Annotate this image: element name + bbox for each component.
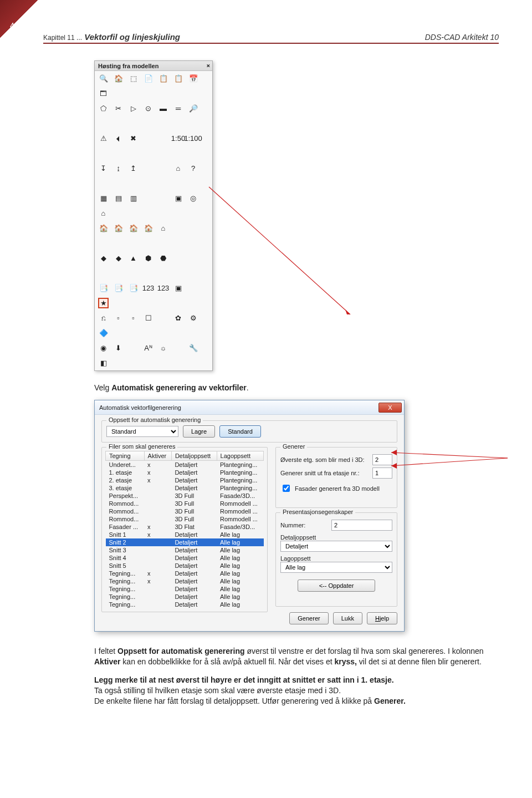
toolbox-icon[interactable]: 123 (143, 283, 154, 293)
preset-combo[interactable]: Standard (106, 426, 178, 437)
table-row[interactable]: Snitt 3DetaljertAlle lag (106, 546, 264, 554)
standard-button[interactable]: Standard (219, 425, 261, 438)
table-row[interactable]: Fasader ...x3D FlatFasade/3D... (106, 523, 264, 531)
table-row[interactable]: Tegning...xDetaljertAlle lag (106, 577, 264, 585)
toolbox-icon[interactable]: 🏠 (128, 223, 139, 233)
table-row[interactable]: Tegning...DetaljertAlle lag (106, 601, 264, 608)
combo-lagoppsett[interactable]: Alle lag (280, 562, 392, 573)
input-snitt-etasje[interactable] (372, 467, 392, 479)
toolbox-icon[interactable]: ▫ (113, 313, 124, 323)
toolbox-icon[interactable]: ▥ (128, 193, 139, 204)
toolbox-icon[interactable]: 🗔 (98, 88, 109, 99)
toolbox-icon[interactable]: ◉ (98, 343, 109, 353)
toolbox-icon[interactable]: ⌂ (158, 223, 168, 233)
toolbox-icon[interactable]: ⬣ (158, 253, 168, 263)
table-row[interactable]: Snitt 1xDetaljertAlle lag (106, 531, 264, 538)
toolbox-icon[interactable]: 🔍 (98, 73, 109, 84)
table-row[interactable]: Snitt 4DetaljertAlle lag (106, 554, 264, 562)
toolbox-icon[interactable]: ⎌ (98, 313, 109, 323)
toolbox-icon[interactable]: ◆ (113, 253, 124, 263)
toolbox-icon[interactable]: ▣ (173, 193, 183, 204)
table-row[interactable]: Tegning...DetaljertAlle lag (106, 585, 264, 593)
close-button[interactable]: X (378, 403, 402, 413)
lukk-button[interactable]: Lukk (333, 612, 362, 624)
toolbox-icon[interactable]: ▷ (128, 103, 139, 114)
table-row[interactable]: 3. etasjeDetaljertPlantegning... (106, 484, 264, 492)
toolbox-icon[interactable]: ▣ (173, 283, 183, 293)
input-overste-etg[interactable] (372, 454, 392, 465)
toolbox-icon[interactable]: ⚙ (188, 313, 198, 323)
toolbox-icon[interactable]: 🔷 (98, 328, 109, 338)
toolbox-icon[interactable]: 🏠 (113, 73, 124, 84)
toolbox-icon[interactable]: ⬠ (98, 103, 109, 114)
toolbox-icon[interactable]: 📑 (128, 283, 139, 293)
toolbox-icon[interactable]: ☼ (158, 343, 168, 353)
toolbox-icon[interactable]: ⬇ (113, 343, 124, 353)
table-row[interactable]: Perspekt...3D FullFasade/3D... (106, 492, 264, 500)
toolbox-icon[interactable]: ◧ (98, 358, 109, 368)
hjelp-button[interactable]: Hjelp (367, 612, 397, 624)
table-row[interactable]: Rommod...3D FullRommodell ... (106, 515, 264, 523)
table-row[interactable]: Snitt 2DetaljertAlle lag (106, 538, 264, 546)
toolbox-icon[interactable]: ☐ (143, 313, 154, 323)
toolbox-icon[interactable]: 🏠 (98, 223, 109, 233)
lagre-button[interactable]: Lagre (183, 425, 215, 438)
toolbox-icon[interactable]: 📅 (188, 73, 198, 84)
table-row[interactable]: Rommod...3D FullRommodell ... (106, 507, 264, 515)
close-icon[interactable]: × (206, 62, 210, 69)
combo-detaljoppsett[interactable]: Detaljert (280, 541, 392, 552)
toolbox-icon[interactable]: 123 (158, 283, 168, 293)
input-nummer[interactable] (331, 520, 392, 531)
toolbox-icon[interactable]: ▬ (158, 103, 168, 114)
toolbox-icon[interactable]: ▲ (128, 253, 139, 263)
toolbox-icon[interactable]: ✂ (113, 103, 124, 114)
checkbox-fasader[interactable] (283, 485, 290, 492)
toolbox-icon[interactable]: ⏴ (113, 133, 124, 144)
toolbox-icon[interactable]: Aᴺ (143, 343, 154, 353)
toolbox-icon[interactable]: ? (188, 163, 198, 174)
table-header[interactable]: Tegning (106, 451, 145, 461)
toolbox-icon[interactable]: 🔧 (188, 343, 198, 353)
toolbox-icon[interactable]: ✖ (128, 133, 139, 144)
toolbox-icon[interactable]: ◆ (98, 253, 109, 263)
toolbox-icon[interactable]: 📋 (158, 73, 168, 84)
table-row[interactable]: Rommod...3D FullRommodell ... (106, 500, 264, 507)
table-row[interactable]: Tegning...DetaljertAlle lag (106, 593, 264, 601)
table-row[interactable]: Snitt 5DetaljertAlle lag (106, 562, 264, 570)
toolbox-icon[interactable]: ▤ (113, 193, 124, 204)
table-row[interactable]: Tegning...xDetaljertAlle lag (106, 570, 264, 577)
generer-button[interactable]: Generer (289, 612, 328, 624)
table-row[interactable]: 1. etasjexDetaljertPlantegning... (106, 469, 264, 476)
toolbox-icon[interactable]: 📑 (113, 283, 124, 293)
toolbox-icon[interactable]: ★ (98, 298, 109, 308)
table-row[interactable]: Underet...xDetaljertPlantegning... (106, 461, 264, 469)
toolbox-icon[interactable]: 🏠 (113, 223, 124, 233)
file-list-table[interactable]: TegningAktiverDetaljoppsettLagoppsettUnd… (105, 451, 264, 608)
toolbox-icon[interactable]: ▫ (128, 313, 139, 323)
toolbox-icon[interactable]: ⚠ (98, 133, 109, 144)
table-header[interactable]: Lagoppsett (217, 451, 263, 461)
toolbox-icon[interactable]: ═ (173, 103, 183, 114)
toolbox-icon[interactable]: ↥ (128, 163, 139, 174)
toolbox-icon[interactable]: ⬢ (143, 253, 154, 263)
toolbox-icon[interactable]: ↧ (98, 163, 109, 174)
table-header[interactable]: Detaljoppsett (171, 451, 217, 461)
toolbox-icon[interactable]: ⬚ (128, 73, 139, 84)
toolbox-icon[interactable]: 1:50 (173, 133, 183, 144)
toolbox-icon[interactable]: 1:100 (188, 133, 198, 144)
toolbox-icon[interactable]: 🔎 (188, 103, 198, 114)
toolbox-icon[interactable]: 📄 (143, 73, 154, 84)
oppdater-button[interactable]: <-- Oppdater (298, 580, 375, 592)
toolbox-icon[interactable]: ↨ (113, 163, 124, 174)
toolbox-icon[interactable]: ⊙ (143, 103, 154, 114)
toolbox-icon[interactable]: 🏠 (143, 223, 154, 233)
toolbox-icon[interactable]: ⌂ (173, 163, 183, 174)
table-header[interactable]: Aktiver (144, 451, 171, 461)
toolbox-icon[interactable]: ◎ (188, 193, 198, 204)
toolbox-icon[interactable]: ✿ (173, 313, 183, 323)
toolbox-icon[interactable]: 📋 (173, 73, 183, 84)
toolbox-icon[interactable]: ▦ (98, 193, 109, 204)
toolbox-icon[interactable]: ⌂ (98, 208, 109, 218)
table-row[interactable]: 2. etasjexDetaljertPlantegning... (106, 476, 264, 484)
toolbox-icon[interactable]: 📑 (98, 283, 109, 293)
